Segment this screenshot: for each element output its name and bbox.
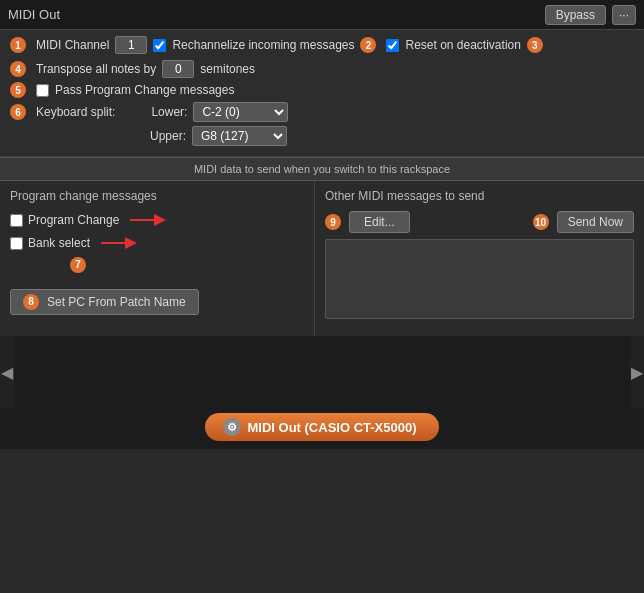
pass-pc-checkbox[interactable] [36, 84, 49, 97]
other-midi-title: Other MIDI messages to send [325, 189, 634, 203]
reset-label: Reset on deactivation [405, 38, 520, 52]
program-change-panel-title: Program change messages [10, 189, 304, 203]
top-bar-actions: Bypass ··· [545, 5, 636, 25]
bottom-tag-label: MIDI Out (CASIO CT-X5000) [247, 420, 416, 435]
piano-scroll-right[interactable]: ▶ [630, 336, 644, 408]
set-pc-label: Set PC From Patch Name [47, 295, 186, 309]
reset-checkbox[interactable] [386, 39, 399, 52]
bank-select-item: Bank select [10, 234, 304, 252]
edit-button[interactable]: Edit... [349, 211, 410, 233]
badge-7: 7 [70, 257, 86, 273]
transpose-label: Transpose all notes by [36, 62, 156, 76]
midi-channel-label: MIDI Channel [36, 38, 109, 52]
badge-9: 9 [325, 214, 341, 230]
piano-scroll-left[interactable]: ◀ [0, 336, 14, 408]
top-bar: MIDI Out Bypass ··· [0, 0, 644, 30]
bank-select-label: Bank select [28, 236, 90, 250]
send-now-button[interactable]: Send Now [557, 211, 634, 233]
piano-container: ◀ // White keys: C D E F G A B per octav… [0, 336, 644, 408]
piano-section: ◀ // White keys: C D E F G A B per octav… [0, 336, 644, 449]
plugin-title: MIDI Out [8, 7, 60, 22]
badge-1: 1 [10, 37, 26, 53]
left-panel: Program change messages Program Change B… [0, 181, 315, 336]
bank-select-checkbox[interactable] [10, 237, 23, 250]
badge-4: 4 [10, 61, 26, 77]
settings-row3: 5 Pass Program Change messages [10, 82, 634, 98]
rechannelize-label: Rechannelize incoming messages [172, 38, 354, 52]
pass-pc-label: Pass Program Change messages [55, 83, 234, 97]
right-panel: Other MIDI messages to send 9 Edit... 10… [315, 181, 644, 336]
program-change-checkbox[interactable] [10, 214, 23, 227]
upper-label: Upper: [150, 129, 186, 143]
more-button[interactable]: ··· [612, 5, 636, 25]
midi-channel-input[interactable] [115, 36, 147, 54]
gear-icon: ⚙ [223, 418, 241, 436]
set-pc-button[interactable]: 8 Set PC From Patch Name [10, 289, 199, 315]
right-top-row: 9 Edit... 10 Send Now [325, 211, 634, 233]
bottom-tag-area: ⚙ MIDI Out (CASIO CT-X5000) [0, 408, 644, 449]
bottom-tag: ⚙ MIDI Out (CASIO CT-X5000) [205, 413, 438, 441]
settings-area: 1 MIDI Channel Rechannelize incoming mes… [0, 30, 644, 157]
upper-select[interactable]: G8 (127) C7 C8 [192, 126, 287, 146]
send-area [325, 239, 634, 319]
badge-5: 5 [10, 82, 26, 98]
settings-row1: 1 MIDI Channel Rechannelize incoming mes… [10, 36, 634, 54]
program-change-label: Program Change [28, 213, 119, 227]
lower-label: Lower: [151, 105, 187, 119]
red-arrow-1 [128, 211, 168, 229]
badge-3: 3 [527, 37, 543, 53]
bypass-button[interactable]: Bypass [545, 5, 606, 25]
badge-8: 8 [23, 294, 39, 310]
keyboard-split-label: Keyboard split: [36, 105, 115, 119]
edit-group: 9 Edit... [325, 211, 410, 233]
semitones-label: semitones [200, 62, 255, 76]
set-pc-container: 8 Set PC From Patch Name [10, 289, 304, 315]
settings-row2: 4 Transpose all notes by semitones [10, 60, 634, 78]
badge-2: 2 [360, 37, 376, 53]
keyboard-split-section: 6 Keyboard split: Lower: C-2 (0) C0 C1 U… [10, 102, 634, 146]
badge-6: 6 [10, 104, 26, 120]
program-change-item: Program Change [10, 211, 304, 229]
piano-keys-svg: // White keys: C D E F G A B per octave … [14, 336, 630, 408]
midi-banner: MIDI data to send when you switch to thi… [0, 157, 644, 181]
transpose-input[interactable] [162, 60, 194, 78]
red-arrow-2 [99, 234, 139, 252]
keyboard-split-row: 6 Keyboard split: Lower: C-2 (0) C0 C1 [10, 102, 634, 122]
main-content: Program change messages Program Change B… [0, 181, 644, 336]
badge-10: 10 [533, 214, 549, 230]
rechannelize-checkbox[interactable] [153, 39, 166, 52]
upper-split-row: Upper: G8 (127) C7 C8 [150, 126, 634, 146]
keys-viewport: // White keys: C D E F G A B per octave … [14, 336, 630, 408]
send-now-group: 10 Send Now [533, 211, 634, 233]
lower-select[interactable]: C-2 (0) C0 C1 [193, 102, 288, 122]
